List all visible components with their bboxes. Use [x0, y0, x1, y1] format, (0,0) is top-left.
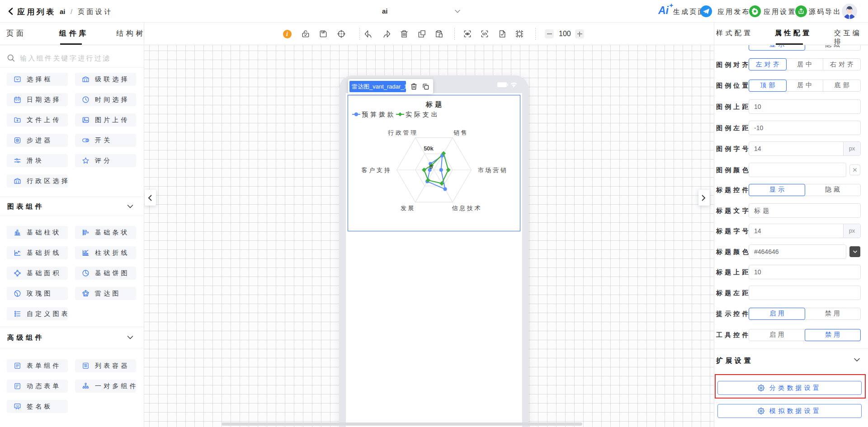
svg-text:0: 0	[429, 164, 433, 170]
svg-text:市场营销: 市场营销	[478, 167, 508, 174]
svg-text:发展: 发展	[401, 205, 415, 211]
svg-text:客户支持: 客户支持	[362, 167, 392, 174]
svg-text:销售: 销售	[453, 129, 468, 136]
svg-text:50k: 50k	[424, 145, 434, 152]
svg-text:信息技术: 信息技术	[452, 205, 482, 211]
svg-text:行政管理: 行政管理	[387, 129, 418, 136]
